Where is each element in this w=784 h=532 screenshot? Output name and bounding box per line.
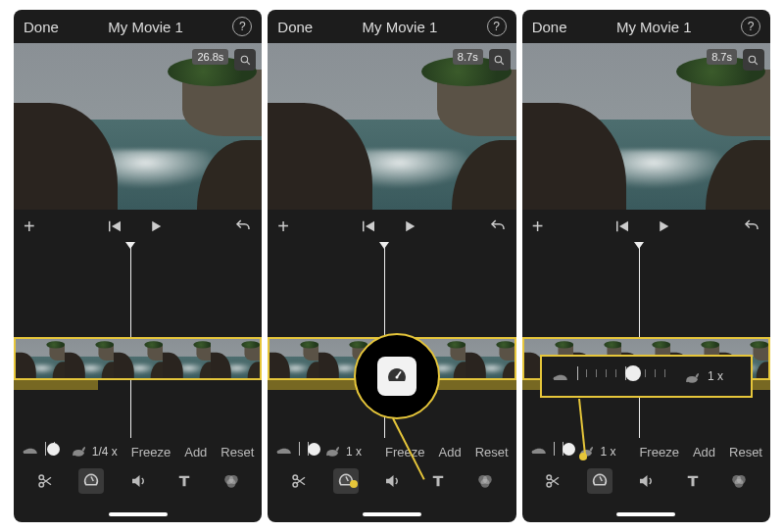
speed-value: 1 x — [346, 445, 379, 459]
phone-screen-2: DoneMy Movie 1?8.7s+1 xFreezeAddReset — [268, 10, 515, 522]
selected-clip[interactable] — [14, 337, 262, 380]
turtle-icon — [552, 369, 569, 383]
help-icon[interactable]: ? — [232, 17, 252, 36]
done-button[interactable]: Done — [24, 19, 59, 35]
volume-tool[interactable] — [633, 468, 659, 494]
speed-actions: FreezeAddReset — [639, 445, 762, 459]
help-icon[interactable]: ? — [487, 17, 507, 36]
volume-tool[interactable] — [125, 468, 151, 494]
titles-tool[interactable] — [680, 468, 706, 494]
video-preview[interactable]: 26.8s — [14, 43, 262, 210]
bottom-controls: 1/4 xFreezeAddReset — [14, 438, 262, 510]
zoom-icon[interactable] — [489, 49, 511, 71]
titles-tool[interactable] — [425, 468, 451, 494]
header: DoneMy Movie 1? — [268, 10, 515, 43]
add-button[interactable]: Add — [439, 445, 462, 459]
turtle-icon — [530, 445, 548, 459]
home-indicator — [616, 512, 675, 516]
speed-value: 1 x — [708, 369, 741, 383]
rabbit-icon — [682, 369, 700, 383]
play-icon[interactable] — [655, 218, 672, 235]
filters-tool[interactable] — [472, 468, 498, 494]
freeze-button[interactable]: Freeze — [131, 445, 171, 459]
done-button[interactable]: Done — [277, 19, 313, 35]
undo-icon[interactable] — [743, 218, 760, 235]
add-media-button[interactable]: + — [277, 216, 289, 238]
svg-point-21 — [480, 479, 489, 488]
skip-back-icon[interactable] — [360, 218, 377, 235]
svg-rect-13 — [363, 221, 365, 232]
svg-point-36 — [686, 376, 697, 383]
help-icon[interactable]: ? — [741, 17, 760, 36]
cut-tool[interactable] — [540, 468, 565, 494]
speed-row: 1 xFreezeAddReset — [275, 442, 508, 461]
video-preview[interactable]: 8.7s — [268, 43, 515, 210]
speed-slider[interactable] — [554, 445, 571, 459]
duration-badge: 26.8s — [192, 49, 228, 65]
svg-line-25 — [756, 62, 759, 65]
svg-point-5 — [73, 454, 74, 456]
zoom-icon[interactable] — [743, 49, 764, 71]
done-button[interactable]: Done — [532, 19, 567, 35]
home-indicator — [363, 512, 421, 516]
speed-tool[interactable] — [78, 468, 104, 494]
timeline[interactable] — [522, 243, 770, 438]
skip-back-icon[interactable] — [613, 218, 631, 235]
svg-point-24 — [750, 56, 757, 63]
speed-slider[interactable] — [577, 369, 674, 383]
cut-tool[interactable] — [286, 468, 312, 494]
titles-tool[interactable] — [172, 468, 197, 494]
svg-rect-26 — [616, 221, 618, 232]
reset-button[interactable]: Reset — [729, 445, 762, 459]
speed-row: 1/4 xFreezeAddReset — [22, 442, 254, 461]
video-preview[interactable]: 8.7s — [522, 43, 770, 210]
filters-tool[interactable] — [219, 468, 244, 494]
reset-button[interactable]: Reset — [475, 445, 509, 459]
speed-row: 1 xFreezeAddReset — [530, 442, 762, 461]
speed-band — [14, 380, 98, 390]
project-title: My Movie 1 — [363, 19, 438, 35]
speed-value: 1 x — [600, 445, 633, 459]
speed-slider[interactable] — [299, 445, 317, 459]
undo-icon[interactable] — [489, 218, 507, 235]
play-icon[interactable] — [147, 218, 165, 235]
speed-slider[interactable] — [45, 445, 63, 459]
speed-tool[interactable] — [587, 468, 612, 494]
add-button[interactable]: Add — [184, 445, 207, 459]
svg-point-4 — [73, 450, 83, 457]
cut-tool[interactable] — [32, 468, 58, 494]
svg-point-35 — [553, 376, 556, 379]
filters-tool[interactable] — [726, 468, 752, 494]
add-media-button[interactable]: + — [24, 216, 35, 238]
play-icon[interactable] — [401, 218, 418, 235]
add-media-button[interactable]: + — [532, 216, 544, 238]
skip-back-icon[interactable] — [106, 218, 123, 235]
gauge-icon — [377, 357, 416, 396]
rabbit-icon — [322, 445, 340, 459]
svg-point-34 — [735, 479, 744, 488]
timeline[interactable] — [14, 243, 262, 438]
zoom-icon[interactable] — [234, 49, 256, 71]
svg-point-37 — [686, 380, 688, 382]
tool-row — [275, 467, 508, 495]
callout-speed-icon — [354, 333, 440, 419]
svg-point-27 — [531, 450, 534, 453]
svg-point-16 — [326, 454, 328, 456]
add-button[interactable]: Add — [693, 445, 715, 459]
rabbit-icon — [69, 445, 86, 459]
callout-dot — [579, 453, 587, 460]
tool-row — [22, 467, 254, 495]
speed-actions: FreezeAddReset — [385, 445, 509, 459]
freeze-button[interactable]: Freeze — [639, 445, 678, 459]
reset-button[interactable]: Reset — [220, 445, 254, 459]
bottom-controls: 1 xFreezeAddReset — [268, 438, 515, 510]
duration-badge: 8.7s — [707, 49, 737, 65]
svg-point-14 — [277, 450, 280, 453]
home-indicator — [109, 512, 168, 516]
svg-rect-2 — [109, 221, 111, 232]
svg-point-10 — [226, 479, 235, 488]
volume-tool[interactable] — [379, 468, 405, 494]
undo-icon[interactable] — [234, 218, 252, 235]
freeze-button[interactable]: Freeze — [385, 445, 424, 459]
bottom-controls: 1 xFreezeAddReset — [522, 438, 770, 510]
